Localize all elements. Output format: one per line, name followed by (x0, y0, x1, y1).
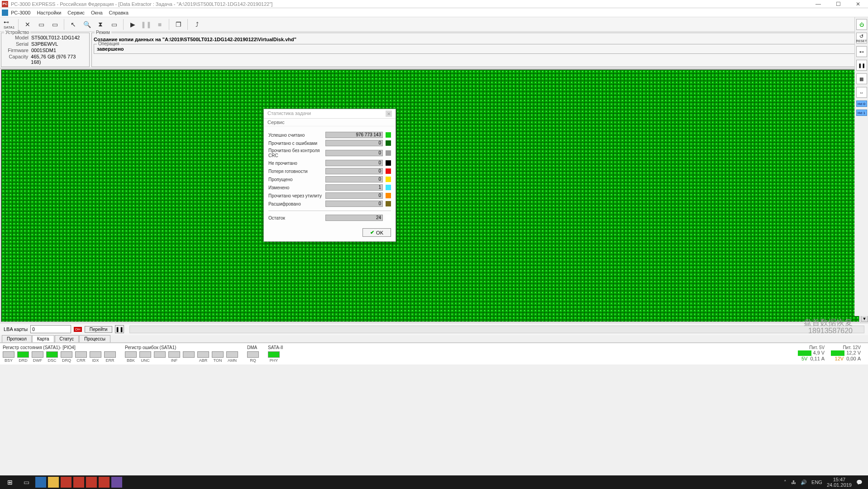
explorer-icon[interactable] (35, 477, 46, 488)
stat-value: 0 (325, 140, 383, 146)
right-toolbar: ⏻ ↺RESET ⊷ ❚❚ ▦ ↔ Hd 0 Hd 1 (854, 17, 868, 316)
hd0-label[interactable]: Hd 0 (856, 101, 867, 107)
pc3000-icon-1[interactable] (61, 477, 72, 488)
maximize-button[interactable]: ☐ (828, 0, 848, 8)
tray-clock[interactable]: 15:47 24.01.2019 (827, 477, 852, 488)
register-box (46, 351, 58, 358)
menu-settings[interactable]: Настройки (37, 10, 61, 15)
register-cell: UNC (139, 351, 151, 363)
menu-service[interactable]: Сервис (67, 10, 85, 15)
stat-row: Прочитано с ошибками0 (268, 140, 391, 146)
stat-value: 0 (325, 176, 383, 182)
register-box (226, 351, 238, 358)
tab-map[interactable]: Карта (32, 335, 54, 342)
device-model: ST500LT012-1DG142 (31, 35, 80, 40)
tray-chevron-icon[interactable]: ˄ (784, 479, 787, 485)
tray-network-icon[interactable]: 🖧 (791, 479, 796, 485)
register-label: ABR (199, 358, 208, 363)
scroll-down-icon[interactable]: ▼ (861, 315, 868, 322)
register-cell: CRR (75, 351, 87, 363)
stat-color-swatch (386, 160, 391, 166)
stat-row: Пропущено0 (268, 176, 391, 182)
binoculars-icon[interactable]: 🔍 (81, 19, 93, 30)
operation-text: завершено (97, 45, 862, 53)
dma-title: DMA (247, 345, 259, 350)
tab-protocol[interactable]: Протокол (2, 335, 32, 342)
chip-icon[interactable]: ▦ (856, 73, 867, 84)
pc3000-icon-4[interactable] (99, 477, 110, 488)
copy-icon[interactable]: ❐ (172, 19, 185, 30)
register-label: AMN (228, 358, 237, 363)
map-container (1, 69, 859, 322)
bottom-tabs: Протокол Карта Статус Процессы (0, 335, 868, 343)
tray-volume-icon[interactable]: 🔊 (801, 479, 807, 485)
system-tray: ˄ 🖧 🔊 ENG 15:47 24.01.2019 💬 (784, 477, 866, 488)
ok-button[interactable]: ✔OK (362, 228, 391, 237)
lba-input[interactable] (30, 325, 71, 333)
arrow-icon[interactable]: ↔ (856, 87, 867, 98)
pc3000-icon-3[interactable] (86, 477, 97, 488)
lba-row: LBA карты DH Перейти ❚❚ (0, 323, 868, 335)
watermark-text2: 18913587620 (808, 327, 853, 335)
stat-value: 0 (325, 201, 383, 207)
pause-side-icon[interactable]: ❚❚ (856, 60, 867, 71)
db-icon[interactable]: ▭ (35, 19, 48, 30)
dialog-titlebar[interactable]: Статистика задачи ✕ (264, 109, 396, 119)
register-cell (183, 351, 195, 363)
stat-color-swatch (386, 193, 391, 198)
power-icon[interactable]: ⏻ (856, 19, 867, 30)
tab-status[interactable]: Статус (55, 335, 79, 342)
dialog-close-button[interactable]: ✕ (386, 110, 392, 117)
play-button[interactable]: ▶ (126, 19, 139, 30)
minimize-button[interactable]: ― (808, 0, 828, 8)
tools-icon[interactable]: ✕ (21, 19, 34, 30)
register-cell: DSC (46, 351, 58, 363)
hex-app-icon[interactable] (111, 477, 122, 488)
register-cell: TON (212, 351, 224, 363)
register-box (212, 351, 224, 358)
stop-button[interactable]: ■ (153, 19, 166, 30)
mode-group-title: Режим (95, 30, 111, 35)
lba-hex-icon[interactable]: DH (74, 327, 82, 332)
status-register-group: Регистр состояния (SATA1)- [PIO4] BSYDRD… (3, 345, 116, 363)
pointer-icon[interactable]: ↖ (67, 19, 80, 30)
folder-taskbar-icon[interactable] (48, 477, 59, 488)
hourglass-icon[interactable]: ⧗ (94, 19, 107, 30)
pause-button-tb[interactable]: ❚❚ (140, 19, 153, 30)
sata-button[interactable]: ⊷SATA1 (3, 19, 15, 30)
taskview-icon[interactable]: ▭ (18, 476, 34, 489)
sector-map[interactable] (1, 70, 859, 321)
pause-button[interactable]: ❚❚ (115, 325, 124, 333)
hex-icon[interactable]: ▭ (48, 19, 61, 30)
register-label: UNC (141, 358, 150, 363)
pc3000-icon-2[interactable] (73, 477, 84, 488)
power-area: Пит. 5V 4,9 V 5V0,11 А Пит. 12V 12,2 V 1… (798, 345, 866, 363)
reset-icon[interactable]: ↺RESET (856, 33, 867, 43)
register-cell: BSY (3, 351, 14, 363)
app-icon: PC (2, 1, 8, 7)
menubar: PC-3000 Настройки Сервис Окна Справка (0, 8, 868, 17)
stat-row: Расшифровано0 (268, 201, 391, 207)
register-label: IDX (92, 358, 99, 363)
start-button[interactable]: ⊞ (2, 476, 18, 489)
tray-lang[interactable]: ENG (811, 479, 822, 485)
register-cell (154, 351, 166, 363)
menu-app[interactable]: PC-3000 (11, 10, 30, 15)
go-button[interactable]: Перейти (85, 326, 113, 333)
stat-value: 0 (325, 168, 383, 174)
device-firmware: 0001SDM1 (31, 48, 56, 53)
tab-processes[interactable]: Процессы (79, 335, 110, 342)
notifications-icon[interactable]: 💬 (856, 479, 863, 485)
connector-icon[interactable]: ⊷ (856, 46, 867, 57)
dialog-menu[interactable]: Сервис (264, 119, 396, 126)
close-button[interactable]: ✕ (848, 0, 868, 8)
menu-help[interactable]: Справка (109, 10, 129, 15)
menu-windows[interactable]: Окна (91, 10, 103, 15)
register-cell: RQ (247, 351, 259, 363)
hd1-label[interactable]: Hd 1 (856, 110, 867, 116)
register-cell: IDX (90, 351, 101, 363)
horizontal-scrollbar[interactable] (129, 326, 864, 333)
exit-icon[interactable]: ⤴ (191, 19, 203, 30)
stat-color-swatch (386, 132, 391, 138)
folder-icon[interactable]: ▭ (108, 19, 120, 30)
